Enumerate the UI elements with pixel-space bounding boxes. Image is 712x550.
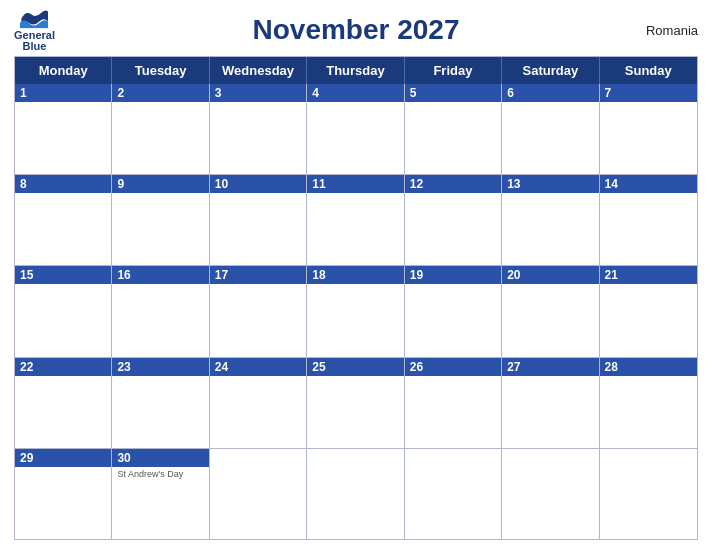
day-cell: 22 <box>15 358 112 448</box>
day-number-bar: 20 <box>502 266 598 284</box>
day-cell: 19 <box>405 266 502 356</box>
week-row-2: 891011121314 <box>15 175 697 266</box>
day-number-bar: 12 <box>405 175 501 193</box>
holiday-label: St Andrew's Day <box>117 469 203 480</box>
day-number: 2 <box>117 86 124 100</box>
day-number: 30 <box>117 451 130 465</box>
day-cell: 18 <box>307 266 404 356</box>
day-cell <box>502 449 599 539</box>
day-number-bar: 29 <box>15 449 111 467</box>
day-cell: 8 <box>15 175 112 265</box>
day-number: 1 <box>20 86 27 100</box>
day-cell: 15 <box>15 266 112 356</box>
day-number: 28 <box>605 360 618 374</box>
day-cell: 23 <box>112 358 209 448</box>
day-cell: 28 <box>600 358 697 448</box>
day-cell <box>405 449 502 539</box>
day-number-bar: 6 <box>502 84 598 102</box>
day-cell: 30St Andrew's Day <box>112 449 209 539</box>
logo-text: General Blue <box>14 30 55 52</box>
day-number-bar: 24 <box>210 358 306 376</box>
day-cell: 13 <box>502 175 599 265</box>
day-cell: 2 <box>112 84 209 174</box>
day-number-bar: 19 <box>405 266 501 284</box>
day-number: 11 <box>312 177 325 191</box>
calendar-header: General Blue November 2027 Romania <box>14 10 698 50</box>
day-cell: 24 <box>210 358 307 448</box>
day-number-bar: 15 <box>15 266 111 284</box>
day-number-bar: 2 <box>112 84 208 102</box>
day-number-bar: 30 <box>112 449 208 467</box>
day-number: 14 <box>605 177 618 191</box>
day-header-monday: Monday <box>15 57 112 84</box>
day-number: 8 <box>20 177 27 191</box>
week-row-5: 2930St Andrew's Day <box>15 449 697 539</box>
weeks-container: 1234567891011121314151617181920212223242… <box>15 84 697 539</box>
day-header-wednesday: Wednesday <box>210 57 307 84</box>
day-number: 17 <box>215 268 228 282</box>
day-number: 3 <box>215 86 222 100</box>
day-cell <box>210 449 307 539</box>
day-cell: 21 <box>600 266 697 356</box>
day-cell: 29 <box>15 449 112 539</box>
day-cell: 9 <box>112 175 209 265</box>
day-number-bar: 7 <box>600 84 697 102</box>
day-cell: 5 <box>405 84 502 174</box>
day-number: 7 <box>605 86 612 100</box>
day-cell: 26 <box>405 358 502 448</box>
day-number-bar: 3 <box>210 84 306 102</box>
day-cell: 14 <box>600 175 697 265</box>
day-cell: 10 <box>210 175 307 265</box>
country-label: Romania <box>646 23 698 38</box>
day-header-sunday: Sunday <box>600 57 697 84</box>
day-number: 18 <box>312 268 325 282</box>
week-row-1: 1234567 <box>15 84 697 175</box>
day-cell <box>307 449 404 539</box>
logo-blue: Blue <box>23 41 47 52</box>
day-number: 29 <box>20 451 33 465</box>
day-number-bar: 8 <box>15 175 111 193</box>
day-number: 24 <box>215 360 228 374</box>
day-number: 21 <box>605 268 618 282</box>
day-cell: 16 <box>112 266 209 356</box>
day-number-bar: 11 <box>307 175 403 193</box>
day-cell: 11 <box>307 175 404 265</box>
day-number: 20 <box>507 268 520 282</box>
day-header-friday: Friday <box>405 57 502 84</box>
day-number: 27 <box>507 360 520 374</box>
day-number-bar: 18 <box>307 266 403 284</box>
calendar-title: November 2027 <box>252 14 459 46</box>
day-number-bar: 25 <box>307 358 403 376</box>
logo-bird-icon <box>20 9 48 29</box>
day-number-bar: 5 <box>405 84 501 102</box>
day-number-bar: 16 <box>112 266 208 284</box>
day-cell: 25 <box>307 358 404 448</box>
day-number-bar: 13 <box>502 175 598 193</box>
calendar-grid: MondayTuesdayWednesdayThursdayFridaySatu… <box>14 56 698 540</box>
day-header-tuesday: Tuesday <box>112 57 209 84</box>
day-cell: 6 <box>502 84 599 174</box>
week-row-4: 22232425262728 <box>15 358 697 449</box>
day-number: 25 <box>312 360 325 374</box>
day-number-bar: 28 <box>600 358 697 376</box>
day-number-bar: 26 <box>405 358 501 376</box>
day-number-bar: 9 <box>112 175 208 193</box>
day-number-bar: 14 <box>600 175 697 193</box>
day-number-bar: 27 <box>502 358 598 376</box>
day-number: 12 <box>410 177 423 191</box>
day-cell: 3 <box>210 84 307 174</box>
day-number: 9 <box>117 177 124 191</box>
day-cell: 4 <box>307 84 404 174</box>
day-number: 26 <box>410 360 423 374</box>
day-cell: 17 <box>210 266 307 356</box>
day-cell: 12 <box>405 175 502 265</box>
day-number: 4 <box>312 86 319 100</box>
day-number-bar: 17 <box>210 266 306 284</box>
day-number: 6 <box>507 86 514 100</box>
day-number-bar: 21 <box>600 266 697 284</box>
day-number: 16 <box>117 268 130 282</box>
day-number-bar: 22 <box>15 358 111 376</box>
day-number: 15 <box>20 268 33 282</box>
day-number-bar: 23 <box>112 358 208 376</box>
day-cell: 20 <box>502 266 599 356</box>
